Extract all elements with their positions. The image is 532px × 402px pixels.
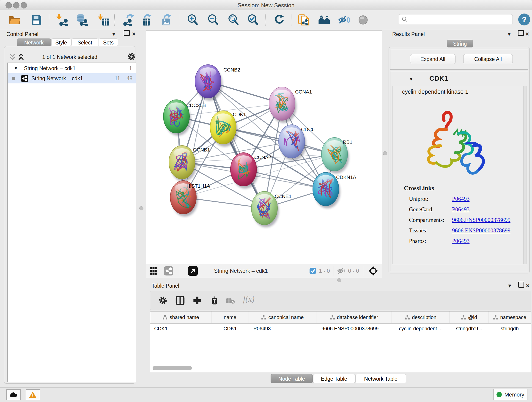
network-canvas[interactable]: CCNB2CCNA1CDC25BCDK1CDC6RB1CCNB1CCNA2CDK… (146, 31, 382, 264)
horizontal-scrollbar[interactable] (152, 366, 192, 370)
node-section-title[interactable]: CDK1 (429, 75, 448, 82)
results-scrollbar[interactable] (523, 86, 526, 264)
memory-button[interactable]: Memory (493, 389, 527, 400)
search-input[interactable] (399, 14, 513, 24)
horizontal-splitter-handle[interactable] (337, 278, 341, 282)
save-session-icon[interactable] (30, 14, 43, 26)
crosslink-tissues[interactable]: 9606.ENSP00000378699 (452, 227, 510, 234)
import-table-icon[interactable] (97, 14, 110, 26)
grid-mode-icon[interactable] (149, 267, 158, 275)
network-view[interactable]: CCNB2CCNA1CDC25BCDK1CDC6RB1CCNB1CCNA2CDK… (146, 31, 382, 278)
close-panel-icon[interactable]: × (132, 31, 135, 38)
right-splitter-handle[interactable] (383, 151, 387, 155)
column-header[interactable]: shared name (150, 312, 211, 323)
memory-status-icon (496, 392, 502, 397)
toolbar-separator (180, 14, 180, 26)
open-session-icon[interactable] (8, 14, 21, 26)
memory-label: Memory (505, 391, 525, 398)
network-node-ccna1[interactable] (269, 87, 297, 123)
zoom-selected-icon[interactable] (247, 14, 259, 26)
hide-graphics-details-icon[interactable] (338, 14, 350, 26)
crosslink-pharos[interactable]: P06493 (452, 238, 469, 244)
expand-all-button[interactable]: Expand All (410, 54, 456, 64)
zoom-out-icon[interactable] (207, 14, 219, 26)
cloud-status-button[interactable] (6, 389, 21, 400)
float-panel-icon[interactable] (518, 282, 524, 288)
birds-eye-view-icon[interactable] (188, 266, 198, 276)
control-panel: Control Panel ▾ × Network Style Select S… (3, 31, 136, 384)
collapse-all-button[interactable]: Collapse All (463, 54, 513, 64)
export-network-icon[interactable] (122, 14, 134, 26)
show-graphics-details-icon[interactable] (357, 14, 369, 26)
network-share-gray-icon[interactable] (164, 266, 173, 275)
network-collection-row[interactable]: ▼ String Network – cdk1 1 (8, 63, 136, 73)
table-toolbar: f(x) (150, 291, 531, 310)
table-header-row: shared name name canonical name database… (150, 312, 531, 324)
hidden-eye-slash-icon[interactable] (337, 267, 346, 275)
show-columns-icon[interactable] (176, 296, 185, 305)
float-panel-icon[interactable] (124, 30, 130, 36)
column-header[interactable]: canonical name (249, 312, 317, 323)
import-network-database-icon[interactable] (76, 14, 88, 26)
zoom-in-icon[interactable] (186, 14, 199, 26)
tree-expander-icon[interactable]: ▼ (14, 66, 18, 71)
title-bar: Session: New Session (0, 0, 532, 11)
table-row[interactable]: CDK1 CDK1 P06493 9606.ENSP00000378699 cy… (150, 324, 531, 334)
column-header[interactable]: namespace (488, 312, 531, 323)
network-edge[interactable] (208, 81, 264, 208)
section-expander-icon[interactable]: ▼ (409, 76, 413, 82)
network-document-icon[interactable] (298, 14, 310, 26)
delete-column-icon[interactable] (210, 296, 219, 305)
status-bar: Memory (0, 387, 532, 402)
export-table-icon[interactable] (141, 14, 153, 26)
add-column-icon[interactable] (193, 296, 202, 305)
network-node-ccna2[interactable] (230, 153, 258, 189)
node-label: CCNE1 (275, 193, 291, 199)
column-header[interactable]: name (211, 312, 249, 323)
collapse-panel-icon[interactable]: ▾ (508, 31, 511, 38)
collection-name: String Network – cdk1 (24, 65, 76, 71)
crosslink-uniprot[interactable]: P06493 (452, 196, 469, 202)
tab-network[interactable]: Network (17, 38, 51, 46)
network-row-selected[interactable]: String Network – cdk1 11 48 (8, 73, 136, 83)
close-panel-icon[interactable]: × (526, 282, 530, 289)
toolbar-separator (291, 14, 291, 26)
network-column-icon (330, 315, 335, 320)
gear-icon[interactable] (127, 52, 136, 61)
crosslink-genecard[interactable]: P06493 (452, 206, 469, 213)
float-panel-icon[interactable] (518, 30, 524, 36)
collapse-panel-icon[interactable]: ▾ (112, 31, 115, 38)
tab-style[interactable]: Style (51, 38, 71, 46)
refresh-icon[interactable] (273, 14, 285, 26)
export-image-icon[interactable] (160, 14, 173, 26)
tab-network-table[interactable]: Network Table (355, 374, 406, 383)
network-node-ccnb2[interactable] (195, 65, 222, 101)
results-button-box: Expand All Collapse All (390, 49, 528, 70)
collection-count: 1 (129, 65, 132, 71)
collapse-panel-icon[interactable]: ▾ (508, 282, 511, 289)
help-button[interactable]: ? (518, 13, 530, 26)
selected-checkbox-icon[interactable] (309, 268, 316, 274)
node-label: CCNB1 (193, 147, 210, 153)
column-header[interactable]: @id (450, 312, 488, 323)
main-toolbar: ? (0, 10, 532, 30)
tab-sets[interactable]: Sets (99, 38, 118, 46)
network-node-ccnb1[interactable] (169, 146, 196, 182)
gear-icon[interactable] (158, 296, 167, 305)
left-splitter-handle[interactable] (139, 206, 143, 211)
tab-select[interactable]: Select (71, 38, 98, 46)
tab-node-table[interactable]: Node Table (271, 374, 313, 383)
close-panel-icon[interactable]: × (526, 31, 529, 38)
zoom-fit-icon[interactable] (227, 14, 240, 26)
tab-string[interactable]: String (447, 40, 473, 47)
fit-content-crosshair-icon[interactable] (368, 266, 378, 276)
column-header[interactable]: description (392, 312, 450, 323)
column-header[interactable]: database identifier (317, 312, 392, 323)
warning-status-button[interactable] (26, 389, 40, 400)
delete-table-icon[interactable] (226, 297, 235, 304)
string-home-icon[interactable] (318, 14, 330, 26)
import-network-icon[interactable] (56, 14, 68, 26)
node-description: cyclin-dependent kinase 1 (402, 89, 468, 95)
crosslink-compartments[interactable]: 9606.ENSP00000378699 (452, 217, 510, 223)
tab-edge-table[interactable]: Edge Table (313, 374, 355, 383)
